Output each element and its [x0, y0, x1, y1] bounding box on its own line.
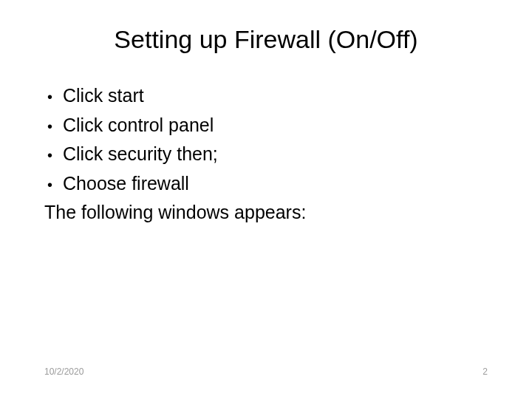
- slide-title: Setting up Firewall (On/Off): [44, 25, 488, 54]
- bullet-text: Click start: [63, 82, 488, 110]
- slide-footer: 10/2/2020 2: [44, 366, 488, 377]
- bullet-text: Click security then;: [63, 140, 488, 168]
- list-item: • Click start: [47, 82, 488, 110]
- bullet-text: Click control panel: [63, 112, 488, 140]
- bullet-icon: •: [47, 86, 52, 108]
- footer-page-number: 2: [482, 366, 488, 377]
- list-item: • Choose firewall: [47, 170, 488, 198]
- slide: Setting up Firewall (On/Off) • Click sta…: [0, 0, 532, 399]
- bullet-text: Choose firewall: [63, 170, 488, 198]
- bullet-icon: •: [47, 115, 52, 137]
- slide-content: • Click start • Click control panel • Cl…: [44, 82, 488, 227]
- footer-date: 10/2/2020: [44, 366, 83, 377]
- list-item: • Click control panel: [47, 112, 488, 140]
- body-text: The following windows appears:: [44, 199, 488, 227]
- bullet-icon: •: [47, 144, 52, 166]
- bullet-icon: •: [47, 174, 52, 196]
- bullet-list: • Click start • Click control panel • Cl…: [44, 82, 488, 197]
- list-item: • Click security then;: [47, 140, 488, 168]
